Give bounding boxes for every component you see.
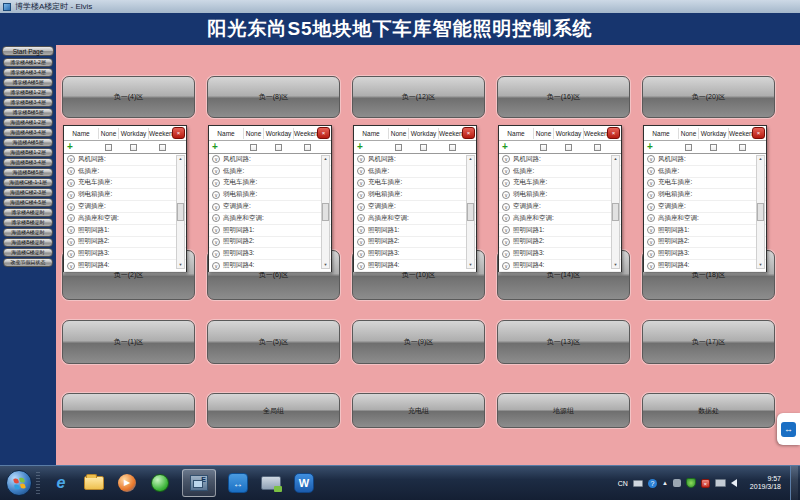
- circuit-row[interactable]: ∨ 照明回路4:: [209, 260, 331, 272]
- scrollbar[interactable]: ▲ ▼: [176, 155, 185, 269]
- chevron-down-icon[interactable]: ∨: [357, 155, 365, 163]
- sidebar-start-page-button[interactable]: Start Page: [2, 46, 54, 56]
- chevron-down-icon[interactable]: ∨: [502, 155, 510, 163]
- scroll-down-icon[interactable]: ▼: [179, 262, 183, 268]
- network-icon[interactable]: [715, 479, 726, 487]
- chevron-down-icon[interactable]: ∨: [67, 179, 75, 187]
- sidebar-item[interactable]: 海德楼C楼定时: [3, 248, 53, 257]
- chevron-down-icon[interactable]: ∨: [212, 214, 220, 222]
- chevron-down-icon[interactable]: ∨: [67, 167, 75, 175]
- chevron-down-icon[interactable]: ∨: [212, 250, 220, 258]
- language-indicator[interactable]: CN: [618, 480, 628, 487]
- sidebar-item[interactable]: 海德楼C楼4-5层: [3, 198, 53, 207]
- chevron-down-icon[interactable]: ∨: [502, 226, 510, 234]
- scroll-thumb[interactable]: [467, 203, 474, 221]
- chevron-down-icon[interactable]: ∨: [502, 203, 510, 211]
- add-icon[interactable]: +: [502, 142, 508, 152]
- taskbar-ie-icon[interactable]: e: [50, 472, 72, 494]
- circuit-row[interactable]: ∨ 照明回路4:: [354, 260, 476, 272]
- circuit-row[interactable]: ∨ 风机回路:: [64, 154, 186, 166]
- zone-mid-button[interactable]: 负一(9)区: [352, 320, 485, 364]
- volume-icon[interactable]: [731, 479, 737, 487]
- sidebar-item[interactable]: 海德楼A楼3-4层: [3, 128, 53, 137]
- group-button[interactable]: 数据处: [642, 393, 775, 428]
- taskbar-teamviewer-icon[interactable]: ↔: [227, 472, 249, 494]
- circuit-row[interactable]: ∨ 低插座:: [499, 166, 621, 178]
- chevron-down-icon[interactable]: ∨: [212, 167, 220, 175]
- circuit-row[interactable]: ∨ 照明回路4:: [644, 260, 766, 272]
- chevron-down-icon[interactable]: ∨: [212, 155, 220, 163]
- chevron-down-icon[interactable]: ∨: [647, 191, 655, 199]
- scroll-up-icon[interactable]: ▲: [179, 156, 183, 162]
- chevron-down-icon[interactable]: ∨: [212, 226, 220, 234]
- circuit-row[interactable]: ∨ 充电车插座:: [209, 178, 331, 190]
- start-button[interactable]: [6, 470, 32, 496]
- circuit-row[interactable]: ∨ 照明回路3:: [64, 248, 186, 260]
- circuit-row[interactable]: ∨ 照明回路1:: [644, 225, 766, 237]
- taskbar-devices-icon[interactable]: [260, 472, 282, 494]
- add-icon[interactable]: +: [647, 142, 653, 152]
- circuit-row[interactable]: ∨ 照明回路1:: [354, 225, 476, 237]
- circuit-row[interactable]: ∨ 照明回路4:: [64, 260, 186, 272]
- tray-chevron-up-icon[interactable]: ▲: [662, 480, 668, 486]
- taskbar-media-player-icon[interactable]: ▶: [116, 472, 138, 494]
- sidebar-item[interactable]: 博学楼B楼5层: [3, 108, 53, 117]
- chevron-down-icon[interactable]: ∨: [67, 155, 75, 163]
- circuit-row[interactable]: ∨ 高插座和空调:: [644, 213, 766, 225]
- delete-button[interactable]: ×: [462, 127, 475, 139]
- circuit-row[interactable]: ∨ 风机回路:: [499, 154, 621, 166]
- chevron-down-icon[interactable]: ∨: [212, 203, 220, 211]
- circuit-row[interactable]: ∨ 照明回路1:: [499, 225, 621, 237]
- chevron-down-icon[interactable]: ∨: [647, 214, 655, 222]
- chevron-down-icon[interactable]: ∨: [647, 203, 655, 211]
- chevron-down-icon[interactable]: ∨: [502, 179, 510, 187]
- scroll-thumb[interactable]: [177, 203, 184, 221]
- checkbox-workday[interactable]: [275, 144, 282, 151]
- circuit-row[interactable]: ∨ 照明回路4:: [499, 260, 621, 272]
- circuit-row[interactable]: ∨ 低插座:: [354, 166, 476, 178]
- zone-top-button[interactable]: 负一(4)区: [62, 76, 195, 118]
- circuit-row[interactable]: ∨ 空调插座:: [354, 201, 476, 213]
- group-button[interactable]: 地源组: [497, 393, 630, 428]
- scroll-up-icon[interactable]: ▲: [324, 156, 328, 162]
- circuit-row[interactable]: ∨ 照明回路2:: [499, 237, 621, 249]
- chevron-down-icon[interactable]: ∨: [647, 179, 655, 187]
- circuit-row[interactable]: ∨ 充电车插座:: [499, 178, 621, 190]
- add-icon[interactable]: +: [67, 142, 73, 152]
- scroll-up-icon[interactable]: ▲: [614, 156, 618, 162]
- circuit-row[interactable]: ∨ 充电车插座:: [644, 178, 766, 190]
- taskbar-elvis-active-app[interactable]: E: [182, 469, 216, 497]
- scroll-thumb[interactable]: [612, 203, 619, 221]
- scroll-up-icon[interactable]: ▲: [469, 156, 473, 162]
- sidebar-item[interactable]: 海德楼C楼-1-1层: [3, 178, 53, 187]
- chevron-down-icon[interactable]: ∨: [502, 191, 510, 199]
- chevron-down-icon[interactable]: ∨: [67, 203, 75, 211]
- zone-top-button[interactable]: 负一(8)区: [207, 76, 340, 118]
- checkbox-workday[interactable]: [420, 144, 427, 151]
- circuit-row[interactable]: ∨ 照明回路3:: [209, 248, 331, 260]
- circuit-row[interactable]: ∨ 照明回路1:: [64, 225, 186, 237]
- checkbox-none[interactable]: [105, 144, 112, 151]
- scrollbar[interactable]: ▲ ▼: [756, 155, 765, 269]
- checkbox-workday[interactable]: [565, 144, 572, 151]
- chevron-down-icon[interactable]: ∨: [502, 250, 510, 258]
- chevron-down-icon[interactable]: ∨: [357, 191, 365, 199]
- checkbox-weekend[interactable]: [159, 144, 166, 151]
- chevron-down-icon[interactable]: ∨: [647, 238, 655, 246]
- circuit-row[interactable]: ∨ 风机回路:: [209, 154, 331, 166]
- circuit-row[interactable]: ∨ 照明回路2:: [354, 237, 476, 249]
- taskbar-explorer-icon[interactable]: [83, 472, 105, 494]
- chevron-down-icon[interactable]: ∨: [647, 262, 655, 270]
- sidebar-item[interactable]: 博学楼B楼1-2层: [3, 88, 53, 97]
- checkbox-none[interactable]: [395, 144, 402, 151]
- chevron-down-icon[interactable]: ∨: [67, 191, 75, 199]
- circuit-row[interactable]: ∨ 空调插座:: [64, 201, 186, 213]
- circuit-row[interactable]: ∨ 弱电箱插座:: [354, 189, 476, 201]
- circuit-row[interactable]: ∨ 低插座:: [64, 166, 186, 178]
- delete-button[interactable]: ×: [317, 127, 330, 139]
- taskbar-clock[interactable]: 9:57 2019/3/18: [750, 475, 781, 491]
- circuit-row[interactable]: ∨ 高插座和空调:: [64, 213, 186, 225]
- circuit-row[interactable]: ∨ 照明回路3:: [644, 248, 766, 260]
- chevron-down-icon[interactable]: ∨: [357, 203, 365, 211]
- circuit-row[interactable]: ∨ 风机回路:: [354, 154, 476, 166]
